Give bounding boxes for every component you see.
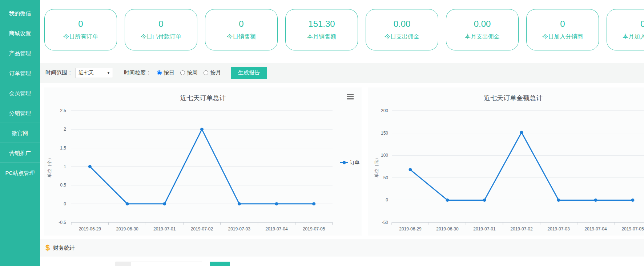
stat-label: 今日销售额 <box>227 33 256 41</box>
stat-card-today-paid-orders: 0 今日已付款订单 <box>125 9 197 50</box>
stat-label: 今日加入分销商 <box>542 33 583 41</box>
finance-section-header: $ 财务统计 <box>40 239 644 257</box>
sidebar-item-pc-site-management[interactable]: PC站点管理 <box>0 163 40 183</box>
sidebar-item-distribution-management[interactable]: 分销管理 <box>0 103 40 123</box>
finance-submit-button[interactable] <box>210 262 230 266</box>
sidebar-item-partial <box>0 0 40 3</box>
svg-text:2019-06-29: 2019-06-29 <box>399 226 422 232</box>
radio-daily-label: 按日 <box>164 69 174 76</box>
filter-bar: 时间范围： 近七天 ▼ 时间粒度： 按日 按周 按月 生成报告 <box>40 63 644 83</box>
stat-card-today-sales: 0 今日销售额 <box>205 9 278 50</box>
stat-value: 0 <box>640 19 644 29</box>
svg-text:2019-07-02: 2019-07-02 <box>510 226 533 232</box>
stat-card-today-orders: 0 今日所有订单 <box>44 9 117 50</box>
stat-label: 今日支出佣金 <box>385 33 419 41</box>
stat-value: 0.00 <box>394 19 411 29</box>
legend-label: 订单 <box>350 159 359 166</box>
finance-section-title: 财务统计 <box>53 245 75 251</box>
svg-text:2019-07-02: 2019-07-02 <box>191 226 213 232</box>
radio-daily-input[interactable] <box>157 70 162 75</box>
chevron-down-icon: ▼ <box>107 71 110 75</box>
charts-row: 近七天订单总计 2.521.510.50-0.52019-06-292019-0… <box>44 87 644 236</box>
svg-text:2019-07-05: 2019-07-05 <box>303 226 325 232</box>
sidebar-item-member-management[interactable]: 会员管理 <box>0 83 40 103</box>
svg-text:2019-07-04: 2019-07-04 <box>265 226 288 232</box>
svg-text:2019-07-01: 2019-07-01 <box>153 226 176 232</box>
finance-input[interactable] <box>131 262 202 266</box>
svg-text:2: 2 <box>64 127 66 132</box>
radio-weekly-label: 按周 <box>187 69 198 76</box>
sidebar-item-order-management[interactable]: 订单管理 <box>0 63 40 83</box>
radio-monthly-input[interactable] <box>204 70 208 75</box>
svg-text:0: 0 <box>386 197 388 202</box>
sidebar-item-product-management[interactable]: 产品管理 <box>0 43 40 63</box>
granularity-label: 时间粒度： <box>124 69 151 76</box>
orders-chart-panel: 近七天订单总计 2.521.510.50-0.52019-06-292019-0… <box>44 87 362 236</box>
granularity-radio-monthly[interactable]: 按月 <box>204 69 221 76</box>
time-range-selected-value: 近七天 <box>79 70 94 76</box>
svg-text:-0.5: -0.5 <box>59 220 66 225</box>
sidebar-item-marketing-promotion[interactable]: 营销推广 <box>0 143 40 163</box>
svg-text:50: 50 <box>383 175 389 180</box>
svg-text:2019-06-29: 2019-06-29 <box>79 226 101 232</box>
svg-text:-50: -50 <box>382 220 389 225</box>
main-content: 0 今日所有订单 0 今日已付款订单 0 今日销售额 151.30 本月销售额 … <box>40 0 644 266</box>
finance-form <box>116 262 644 266</box>
orders-chart-title: 近七天订单总计 <box>44 94 362 102</box>
svg-text:1.5: 1.5 <box>60 146 66 151</box>
chart-toolbox-menu-icon[interactable] <box>347 94 354 101</box>
sidebar: 我的微信 商城设置 产品管理 订单管理 会员管理 分销管理 微官网 营销推广 P… <box>0 0 40 266</box>
svg-text:0.5: 0.5 <box>60 183 66 188</box>
radio-monthly-label: 按月 <box>210 69 221 76</box>
time-range-label: 时间范围： <box>45 69 73 76</box>
stat-card-month-sales: 151.30 本月销售额 <box>285 9 358 50</box>
sidebar-item-micro-site[interactable]: 微官网 <box>0 123 40 143</box>
radio-weekly-input[interactable] <box>180 70 185 75</box>
orders-line-chart: 2.521.510.50-0.52019-06-292019-06-302019… <box>44 87 362 236</box>
svg-text:2019-06-30: 2019-06-30 <box>436 226 459 232</box>
generate-report-button[interactable]: 生成报告 <box>231 67 267 79</box>
stat-label: 本月支出佣金 <box>465 33 500 41</box>
stat-card-month-commission: 0.00 本月支出佣金 <box>446 9 519 50</box>
order-amount-chart-panel: 近七天订单金额总计 200150100500-502019-06-292019-… <box>368 87 644 236</box>
legend-item-orders[interactable]: 订单 <box>340 159 359 166</box>
granularity-radio-daily[interactable]: 按日 <box>157 69 174 76</box>
svg-text:1: 1 <box>64 164 66 169</box>
finance-input-addon <box>116 262 131 266</box>
svg-text:2019-07-04: 2019-07-04 <box>584 226 607 232</box>
stat-value: 0 <box>560 19 565 29</box>
order-amount-chart-title: 近七天订单金额总计 <box>368 94 644 102</box>
svg-text:2019-07-05: 2019-07-05 <box>621 226 644 232</box>
svg-text:单位（个）: 单位（个） <box>47 156 52 177</box>
svg-text:2019-07-01: 2019-07-01 <box>473 226 496 232</box>
stat-card-today-commission: 0.00 今日支出佣金 <box>366 9 438 50</box>
stat-value: 0.00 <box>474 19 491 29</box>
stat-value: 0 <box>78 19 83 29</box>
time-range-select[interactable]: 近七天 ▼ <box>76 68 113 78</box>
stat-value: 151.30 <box>308 19 335 29</box>
svg-text:150: 150 <box>381 131 388 136</box>
stat-cards-row: 0 今日所有订单 0 今日已付款订单 0 今日销售额 151.30 本月销售额 … <box>44 9 644 50</box>
stat-label: 今日所有订单 <box>63 33 98 41</box>
svg-text:100: 100 <box>381 153 388 158</box>
stat-value: 0 <box>158 19 163 29</box>
finance-input-group <box>116 262 202 266</box>
svg-text:单位（元）: 单位（元） <box>374 156 379 177</box>
svg-text:200: 200 <box>381 108 388 113</box>
svg-text:0: 0 <box>64 201 66 206</box>
legend-line-icon <box>340 161 349 164</box>
stat-value: 0 <box>239 19 243 29</box>
stat-label: 本月加入分销商 <box>623 33 644 41</box>
order-amount-line-chart: 200150100500-502019-06-292019-06-302019-… <box>368 87 644 236</box>
svg-text:2.5: 2.5 <box>60 108 66 113</box>
sidebar-item-mall-settings[interactable]: 商城设置 <box>0 23 40 43</box>
svg-text:2019-07-03: 2019-07-03 <box>547 226 570 232</box>
sidebar-item-my-wechat[interactable]: 我的微信 <box>0 3 40 23</box>
stat-card-month-new-distributors: 0 本月加入分销商 <box>607 9 644 50</box>
granularity-radio-weekly[interactable]: 按周 <box>180 69 198 76</box>
svg-text:2019-07-03: 2019-07-03 <box>228 226 251 232</box>
stat-label: 今日已付款订单 <box>141 33 181 41</box>
app-window: 我的微信 商城设置 产品管理 订单管理 会员管理 分销管理 微官网 营销推广 P… <box>0 0 644 266</box>
dollar-icon: $ <box>45 243 50 253</box>
stat-label: 本月销售额 <box>307 33 336 41</box>
